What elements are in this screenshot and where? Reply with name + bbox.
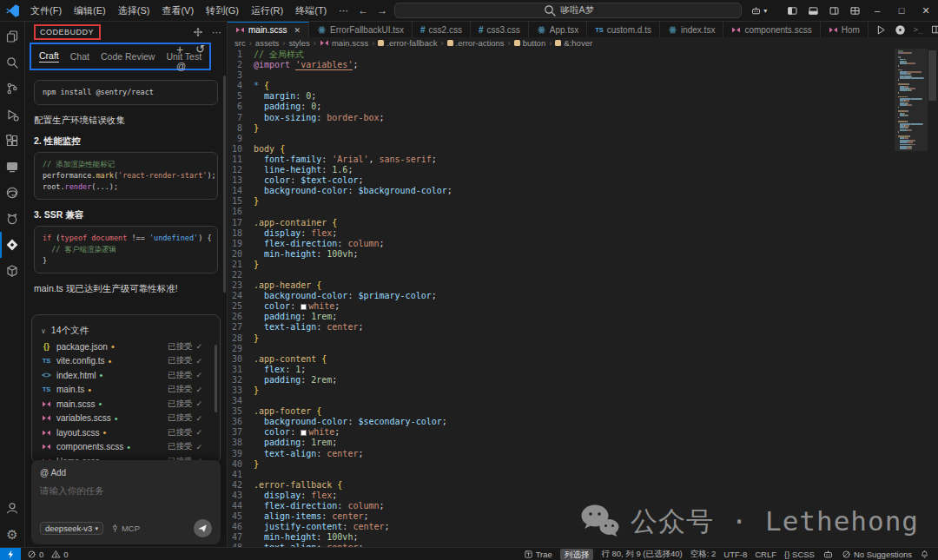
nav-forward-icon[interactable]: →: [377, 4, 387, 16]
editor-tab-main-scss[interactable]: main.scss✕: [228, 22, 309, 37]
copilot-menu[interactable]: ▾: [750, 5, 767, 16]
files-panel-header[interactable]: ∨ 14个文件: [41, 322, 211, 339]
breadcrumb[interactable]: src›assets›styles›main.scss›.error-fallb…: [228, 37, 938, 49]
command-center-search[interactable]: 哆啦A梦: [394, 3, 742, 18]
breadcrumb-item[interactable]: .error-actions: [447, 38, 505, 48]
breadcrumb-item[interactable]: button: [514, 38, 545, 48]
menu-item-5[interactable]: 运行(R): [245, 0, 289, 22]
status-item-0[interactable]: 0: [51, 550, 68, 559]
breadcrumb-item[interactable]: .error-fallback: [378, 38, 437, 48]
code-line: 23.app-header {: [228, 280, 938, 291]
activity-search-icon[interactable]: [0, 49, 24, 76]
chevron-down-icon: ▾: [95, 525, 98, 532]
activity-codebuddy-icon[interactable]: [0, 232, 24, 258]
file-row[interactable]: components.scss•已接受✓: [41, 440, 211, 455]
add-context-button[interactable]: @ Add: [40, 468, 212, 478]
split-editor-icon[interactable]: [931, 24, 938, 35]
menu-bar: 文件(F)编辑(E)选择(S)查看(V)转到(G)运行(R)终端(T)⋯: [24, 0, 354, 22]
menu-item-1[interactable]: 编辑(E): [68, 0, 112, 22]
status-item-0[interactable]: 0: [27, 550, 43, 559]
toggle-panel-right-icon[interactable]: [823, 0, 844, 22]
editor-tab-app-tsx[interactable]: App.tsx: [529, 22, 587, 37]
toggle-panel-left-icon[interactable]: [782, 0, 803, 22]
file-row[interactable]: layout.scss•已接受✓: [41, 425, 211, 440]
menu-item-4[interactable]: 转到(G): [200, 0, 245, 22]
window-maximize-button[interactable]: □: [889, 0, 914, 22]
window-minimize-button[interactable]: –: [865, 0, 889, 22]
status-item-trae[interactable]: Trae: [524, 550, 552, 559]
new-chat-icon[interactable]: +: [176, 45, 183, 54]
nav-back-icon[interactable]: ←: [358, 4, 368, 16]
send-button[interactable]: [194, 519, 212, 537]
activity-package-manager-icon[interactable]: [0, 258, 24, 284]
activity-settings-icon[interactable]: ⚙: [0, 521, 24, 547]
minimap[interactable]: [898, 50, 924, 150]
codebuddy-tab-code-review[interactable]: Code Review: [101, 51, 155, 62]
status-item--2[interactable]: 空格: 2: [690, 549, 717, 560]
activity-explorer-icon[interactable]: [0, 23, 24, 49]
remote-indicator[interactable]: [0, 548, 21, 560]
editor-action-buttons: >_⋯: [869, 22, 938, 37]
customize-layout-icon[interactable]: [844, 0, 865, 22]
editor-tab-css3-css[interactable]: #css3.css: [471, 22, 529, 37]
breadcrumb-item[interactable]: src: [234, 38, 246, 48]
activity-ai-assistant-icon[interactable]: [0, 206, 24, 232]
mention-icon[interactable]: @: [176, 61, 186, 71]
status-item-utf-8[interactable]: UTF-8: [723, 550, 747, 559]
activity-extensions-icon[interactable]: [0, 128, 24, 154]
codebuddy-tab-chat[interactable]: Chat: [70, 51, 89, 62]
status-item-robot[interactable]: [822, 549, 834, 560]
file-row[interactable]: <>index.html•已接受✓: [41, 368, 211, 383]
model-selector[interactable]: deepseek-v3 ▾: [40, 522, 103, 535]
status-item--[interactable]: 列选择: [560, 549, 594, 560]
editor-tab-errorfallbackui-tsx[interactable]: ErrorFallbackUI.tsx: [309, 22, 413, 37]
codebuddy-tab-craft[interactable]: Craft: [39, 50, 59, 63]
codebuddy-run-icon[interactable]: [895, 24, 906, 36]
menu-item-3[interactable]: 查看(V): [155, 0, 200, 22]
editor-scrollbar[interactable]: [928, 50, 936, 101]
more-actions-icon[interactable]: ⋯: [212, 27, 221, 38]
history-icon[interactable]: ↺: [195, 45, 205, 54]
file-row[interactable]: {}package.json•已接受✓: [41, 339, 211, 354]
file-row[interactable]: TSvite.config.ts•已接受✓: [41, 354, 211, 369]
activity-remote-window-icon[interactable]: [0, 154, 24, 180]
move-panel-icon[interactable]: [193, 27, 203, 38]
terminal-icon[interactable]: >_: [914, 25, 923, 34]
menu-item-2[interactable]: 选择(S): [112, 0, 156, 22]
tab-close-icon[interactable]: ✕: [294, 26, 301, 35]
menu-item-7[interactable]: ⋯: [333, 0, 354, 22]
toggle-panel-bottom-icon[interactable]: [803, 0, 823, 22]
files-scrollbar[interactable]: [215, 345, 217, 412]
run-button[interactable]: [875, 24, 887, 36]
activity-run-debug-icon[interactable]: [0, 102, 24, 128]
chat-input-box[interactable]: @ Add 请输入你的任务 deepseek-v3 ▾ MCP: [31, 460, 221, 544]
breadcrumb-item[interactable]: &:hover: [555, 38, 592, 48]
breadcrumb-item[interactable]: styles: [288, 38, 309, 48]
menu-item-0[interactable]: 文件(F): [24, 0, 68, 22]
breadcrumb-item[interactable]: assets: [255, 38, 279, 48]
status-item-no-suggestions[interactable]: No Suggestions: [842, 550, 912, 559]
activity-account-icon[interactable]: [0, 495, 24, 521]
menu-item-6[interactable]: 终端(T): [289, 0, 333, 22]
file-row[interactable]: main.scss•已接受✓: [41, 397, 211, 412]
activity-source-control-icon[interactable]: [0, 76, 24, 102]
mcp-button[interactable]: MCP: [110, 524, 140, 533]
editor-tab-index-tsx[interactable]: index.tsx: [660, 22, 723, 37]
editor-tab-custom-d-ts[interactable]: TScustom.d.ts: [587, 22, 660, 37]
activity-edge-browser-icon[interactable]: [0, 180, 24, 206]
status-item--scss[interactable]: {} SCSS: [784, 550, 815, 559]
file-row[interactable]: TSmain.ts•已接受✓: [41, 383, 211, 398]
editor-tab-components-scss[interactable]: components.scss: [723, 22, 820, 37]
window-close-button[interactable]: ✕: [914, 0, 938, 22]
status-item--80-9-40-[interactable]: 行 80, 列 9 (已选择40): [601, 549, 682, 560]
breadcrumb-item[interactable]: main.scss: [320, 38, 368, 48]
code-editor[interactable]: 1// 全局样式2@import 'variables';34* {5 marg…: [228, 49, 938, 547]
status-item-crlf[interactable]: CRLF: [755, 550, 776, 559]
status-item-bell[interactable]: [920, 550, 929, 559]
chat-input-placeholder[interactable]: 请输入你的任务: [40, 485, 212, 497]
editor-tab-css2-css[interactable]: #css2.css: [413, 22, 471, 37]
code-line: 15}: [228, 196, 938, 207]
editor-tab-hom[interactable]: Hom: [821, 22, 869, 37]
chat-scrollbar[interactable]: [223, 76, 226, 293]
file-row[interactable]: variables.scss•已接受✓: [41, 412, 211, 426]
